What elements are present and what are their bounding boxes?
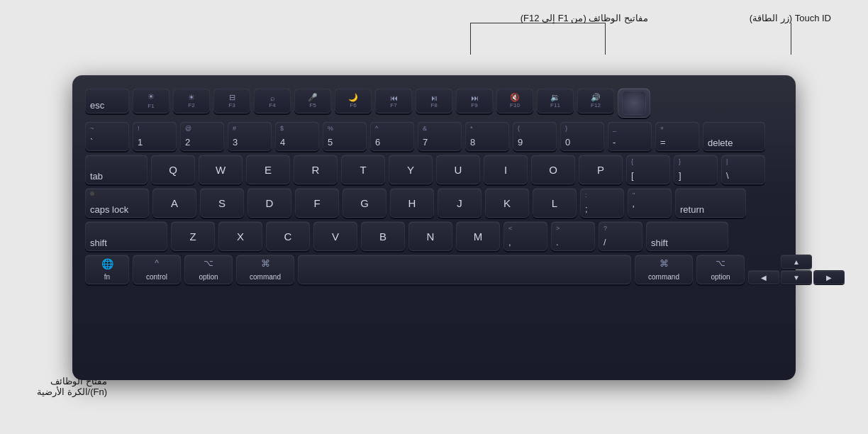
key-backslash[interactable]: | \ (721, 155, 765, 184)
key-touch-id[interactable] (618, 88, 650, 118)
key-command-left[interactable]: ⌘ command (236, 255, 294, 284)
key-d[interactable]: D (247, 188, 291, 218)
key-n[interactable]: N (408, 221, 452, 251)
key-6[interactable]: ^ 6 (370, 121, 414, 151)
key-shift-right-label: shift (651, 238, 668, 247)
key-i[interactable]: I (484, 155, 528, 184)
key-a[interactable]: A (152, 188, 196, 218)
key-fn-globe-icon: 🌐 (101, 258, 113, 269)
key-e[interactable]: E (246, 155, 290, 184)
key-f10[interactable]: 🔇 F10 (496, 88, 533, 113)
key-f3[interactable]: ⊟ F3 (213, 88, 250, 113)
key-t[interactable]: T (341, 155, 385, 184)
key-f[interactable]: F (295, 188, 339, 218)
key-8[interactable]: * 8 (465, 121, 509, 151)
key-f2[interactable]: ☀ F2 (173, 88, 210, 113)
key-arrow-right[interactable]: ▶ (813, 270, 845, 284)
key-f11[interactable]: 🔉 F11 (537, 88, 574, 113)
key-4[interactable]: $ 4 (275, 121, 319, 151)
key-f12[interactable]: 🔊 F12 (577, 88, 614, 113)
key-5-top: % (328, 125, 333, 132)
key-j[interactable]: J (438, 188, 482, 218)
key-f8[interactable]: ⏯ F8 (416, 88, 452, 113)
key-comma-bottom: , (508, 237, 511, 247)
key-quote[interactable]: " ' (628, 188, 672, 218)
key-2[interactable]: @ 2 (180, 121, 224, 151)
key-f4[interactable]: ⌕ F4 (254, 88, 291, 113)
key-minus[interactable]: _ - (608, 121, 652, 151)
key-r[interactable]: R (294, 155, 338, 184)
key-9[interactable]: ( 9 (513, 121, 557, 151)
key-arrow-up[interactable]: ▲ (781, 255, 812, 269)
key-s[interactable]: S (200, 188, 244, 218)
key-0-bottom: 0 (565, 137, 570, 148)
key-equals[interactable]: + = (655, 121, 699, 151)
key-l[interactable]: L (533, 188, 577, 218)
key-3[interactable]: # 3 (228, 121, 272, 151)
key-h[interactable]: H (390, 188, 434, 218)
key-command-right-label: command (648, 274, 679, 281)
key-minus-top: _ (613, 125, 616, 132)
key-option-right[interactable]: ⌥ option (696, 255, 745, 284)
key-fn[interactable]: 🌐 fn (85, 255, 129, 284)
key-period[interactable]: > . (551, 221, 595, 251)
key-o[interactable]: O (531, 155, 575, 184)
key-space[interactable] (298, 255, 631, 284)
key-arrow-down[interactable]: ▼ (781, 270, 812, 284)
key-tab[interactable]: tab (85, 155, 148, 184)
key-close-bracket[interactable]: } ] (674, 155, 718, 184)
key-f7-icon: ⏮ (390, 94, 398, 102)
key-k[interactable]: K (485, 188, 529, 218)
key-f-label: F (313, 197, 320, 209)
key-esc[interactable]: esc (85, 88, 129, 113)
key-z[interactable]: Z (171, 221, 215, 251)
key-7[interactable]: & 7 (418, 121, 462, 151)
key-option-left[interactable]: ⌥ option (184, 255, 233, 284)
key-shift-left[interactable]: shift (85, 221, 167, 251)
key-x-label: X (237, 230, 244, 243)
key-u[interactable]: U (436, 155, 480, 184)
key-d-label: D (266, 197, 274, 209)
key-backtick[interactable]: ~ ` (85, 121, 129, 151)
key-1[interactable]: ! 1 (133, 121, 177, 151)
key-shift-right[interactable]: shift (646, 221, 728, 251)
key-semicolon[interactable]: : ; (580, 188, 624, 218)
key-return[interactable]: return (675, 188, 746, 218)
key-f7-label: F7 (390, 102, 396, 108)
key-comma[interactable]: < , (503, 221, 547, 251)
key-y[interactable]: Y (389, 155, 433, 184)
key-delete[interactable]: delete (703, 121, 765, 151)
key-5[interactable]: % 5 (323, 121, 367, 151)
key-control[interactable]: ^ control (133, 255, 181, 284)
key-command-right[interactable]: ⌘ command (635, 255, 693, 284)
key-open-bracket[interactable]: { [ (626, 155, 670, 184)
key-w[interactable]: W (199, 155, 243, 184)
key-f1[interactable]: ☀ F1 (133, 88, 169, 113)
arrow-bottom-row: ◀ ▼ ▶ (748, 270, 845, 284)
key-f9[interactable]: ⏭ F9 (456, 88, 493, 113)
key-p[interactable]: P (579, 155, 623, 184)
key-4-bottom: 4 (280, 137, 285, 148)
key-g-label: G (360, 197, 369, 209)
key-g[interactable]: G (343, 188, 386, 218)
key-2-top: @ (185, 125, 191, 132)
key-q[interactable]: Q (151, 155, 195, 184)
key-close-bracket-bottom: ] (679, 170, 681, 181)
key-f5[interactable]: 🎤 F5 (294, 88, 331, 113)
bottom-row: 🌐 fn ^ control ⌥ option ⌘ command ⌘ (85, 255, 783, 284)
key-0[interactable]: ) 0 (560, 121, 604, 151)
key-b[interactable]: B (361, 221, 405, 251)
key-c[interactable]: C (266, 221, 310, 251)
key-f2-label: F2 (188, 102, 194, 108)
key-m[interactable]: M (456, 221, 500, 251)
key-x[interactable]: X (218, 221, 262, 251)
key-arrow-left[interactable]: ◀ (748, 270, 779, 284)
key-1-top: ! (138, 125, 140, 132)
key-f7[interactable]: ⏮ F7 (375, 88, 412, 113)
key-f6[interactable]: 🌙 F6 (335, 88, 372, 113)
key-f2-icon: ☀ (188, 93, 195, 102)
key-n-label: N (427, 230, 435, 243)
key-caps-lock[interactable]: caps lock (85, 188, 149, 218)
key-v[interactable]: V (313, 221, 357, 251)
key-slash[interactable]: ? / (599, 221, 642, 251)
